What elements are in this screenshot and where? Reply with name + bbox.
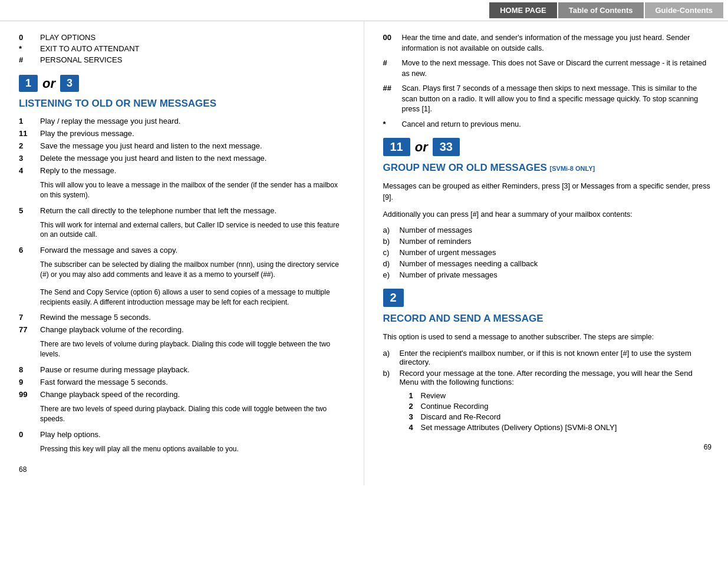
- item-key: 4: [19, 166, 40, 175]
- item-desc: Forward the message and saves a copy.: [40, 246, 347, 254]
- item-key: 2: [19, 141, 40, 150]
- key-box-33: 33: [433, 138, 460, 156]
- section2-title-text: GROUP NEW OR OLD MESSAGES: [383, 162, 547, 173]
- section2-body1: Messages can be grouped as either Remind…: [383, 181, 712, 203]
- list-item: 00Hear the time and date, and sender's i…: [383, 33, 712, 54]
- sub-key: 1: [409, 391, 421, 400]
- sub-num-item: 1Review: [409, 391, 712, 400]
- section3-title: RECORD AND SEND A MESSAGE: [383, 313, 712, 325]
- list-item-sub1: The subscriber can be selected by dialin…: [19, 258, 347, 282]
- sub-desc: Continue Recording: [421, 402, 712, 411]
- key-option-key: *: [19, 44, 33, 53]
- key-option-desc: EXIT TO AUTO ATTENDANT: [40, 44, 347, 53]
- item-key: *: [383, 120, 402, 128]
- sub-num-item: 4Set message Attributes (Delivery Option…: [409, 423, 712, 432]
- right-page-number: 69: [383, 443, 712, 451]
- list-item-sub: This will allow you to leave a message i…: [19, 178, 347, 203]
- alpha-label: e): [383, 270, 400, 279]
- key-option-desc: PLAY OPTIONS: [40, 33, 347, 42]
- item-sub-desc: This will allow you to leave a message i…: [40, 180, 347, 200]
- alpha-label: b): [383, 237, 400, 246]
- item-key: 00: [383, 33, 402, 42]
- list-item: 8Pause or resume during message playback…: [19, 365, 347, 374]
- sub-num-item: 3Discard and Re-Record: [409, 412, 712, 421]
- item-key: 7: [19, 313, 40, 322]
- item-desc: Rewind the message 5 seconds.: [40, 313, 347, 322]
- list-item: 1Play / replay the message you just hear…: [19, 117, 347, 125]
- alpha-desc: Number of private messages: [400, 270, 712, 279]
- item-sub-desc: Pressing this key will play all the menu…: [40, 444, 347, 454]
- alpha-desc: Number of messages: [400, 226, 712, 234]
- item-desc: Save the message you just heard and list…: [40, 141, 347, 150]
- item-desc: Change playback volume of the recording.: [40, 325, 347, 334]
- alpha-desc: Enter the recipient's mailbox number, or…: [400, 349, 712, 366]
- guide-contents-button[interactable]: Guide-Contents: [645, 2, 724, 18]
- item-key: 99: [19, 390, 40, 399]
- alpha-list-item: c)Number of urgent messages: [383, 248, 712, 257]
- item-desc: Delete the message you just heard and li…: [40, 154, 347, 163]
- alpha-label: a): [383, 226, 400, 234]
- item-key: 11: [19, 129, 40, 138]
- alpha-label: d): [383, 259, 400, 268]
- list-item: 4Reply to the message.: [19, 166, 347, 175]
- item-desc: Play the previous message.: [40, 129, 347, 138]
- list-item-sub: There are two levels of speed during pla…: [19, 402, 347, 427]
- list-item: 9Fast forward the message 5 seconds.: [19, 378, 347, 386]
- item-key: 1: [19, 117, 40, 125]
- list-item: 99Change playback speed of the recording…: [19, 390, 347, 399]
- sub-key: 4: [409, 423, 421, 432]
- list-item: #Move to the next message. This does not…: [383, 58, 712, 79]
- item-key: 0: [19, 430, 40, 439]
- list-item: *Cancel and return to previous menu.: [383, 120, 712, 130]
- alpha-desc: Number of urgent messages: [400, 248, 712, 257]
- alpha-label: b): [383, 369, 400, 386]
- key-box-11: 11: [383, 138, 410, 156]
- item-sub1: The subscriber can be selected by dialin…: [40, 260, 347, 280]
- list-item: 7Rewind the message 5 seconds.: [19, 313, 347, 322]
- sub-key: 3: [409, 412, 421, 421]
- item-key: 8: [19, 365, 40, 374]
- list-item: 3Delete the message you just heard and l…: [19, 154, 347, 163]
- sub-key: 2: [409, 402, 421, 411]
- key-option-key: #: [19, 55, 33, 64]
- list-item-sub: There are two levels of volume during pl…: [19, 338, 347, 362]
- sub-desc: Set message Attributes (Delivery Options…: [421, 423, 712, 432]
- list-item-sub: Pressing this key will play all the menu…: [19, 442, 347, 457]
- home-page-button[interactable]: HOME PAGE: [489, 2, 557, 18]
- list-item: 0Play help options.: [19, 430, 347, 439]
- table-of-contents-button[interactable]: Table of Contents: [558, 2, 644, 18]
- list-item: 5Return the call directly to the telepho…: [19, 206, 347, 215]
- item-key: #: [383, 58, 402, 67]
- alpha-label: c): [383, 248, 400, 257]
- alpha-desc: Number of messages needing a callback: [400, 259, 712, 268]
- item-key: 9: [19, 378, 40, 386]
- alpha-list-item: b)Record your message at the tone. After…: [383, 369, 712, 386]
- list-item: 11Play the previous message.: [19, 129, 347, 138]
- section2-header: 11 or 33: [383, 138, 712, 156]
- item-key: 77: [19, 325, 40, 334]
- or-text-right: or: [415, 140, 428, 155]
- list-item-sub2: The Send and Copy Service (option 6) all…: [19, 286, 347, 310]
- list-item: 77Change playback volume of the recordin…: [19, 325, 347, 334]
- item-desc: Cancel and return to previous menu.: [402, 120, 712, 130]
- alpha-desc: Number of reminders: [400, 237, 712, 246]
- or-text-left: or: [42, 76, 55, 91]
- item-sub2: The Send and Copy Service (option 6) all…: [40, 287, 347, 308]
- item-desc: Play help options.: [40, 430, 347, 439]
- item-desc: Scan. Plays first 7 seconds of a message…: [402, 84, 712, 115]
- left-column: 0PLAY OPTIONS*EXIT TO AUTO ATTENDANT#PER…: [0, 21, 364, 485]
- right-top-list: 00Hear the time and date, and sender's i…: [383, 33, 712, 130]
- left-page-number: 68: [19, 465, 347, 474]
- alpha-list-item: a)Number of messages: [383, 226, 712, 234]
- item-sub-desc: There are two levels of speed during pla…: [40, 404, 347, 424]
- alpha-list-item: e)Number of private messages: [383, 270, 712, 279]
- alpha-sub-container: 1Review2Continue Recording3Discard and R…: [383, 389, 712, 434]
- section3-header: 2: [383, 289, 712, 307]
- left-items-list: 1Play / replay the message you just hear…: [19, 117, 347, 456]
- list-item: ##Scan. Plays first 7 seconds of a messa…: [383, 84, 712, 115]
- top-navigation: HOME PAGE Table of Contents Guide-Conten…: [0, 0, 728, 21]
- key-box-1: 1: [19, 75, 38, 92]
- sub-desc: Discard and Re-Record: [421, 412, 712, 421]
- list-item: 6Forward the message and saves a copy.: [19, 246, 347, 254]
- section1-header: 1 or 3: [19, 75, 347, 92]
